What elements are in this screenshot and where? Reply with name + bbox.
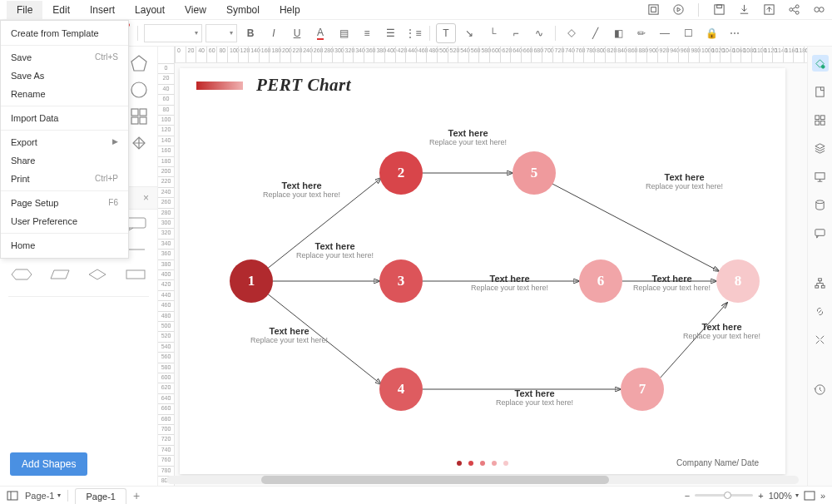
lock-icon[interactable]: 🔒 (701, 23, 721, 43)
fit-page-icon[interactable] (804, 491, 815, 501)
diagram-node-6[interactable]: 6 (579, 259, 622, 303)
save-icon[interactable] (712, 3, 726, 17)
footer-text: Company Name/ Date (676, 458, 759, 467)
svg-rect-66 (820, 121, 825, 125)
page-canvas[interactable]: PERT Chart 12345678 Text hereReplace y (180, 68, 785, 474)
diagram-node-1[interactable]: 1 (230, 259, 273, 303)
zoom-slider[interactable] (695, 494, 753, 497)
shape-circle[interactable] (126, 78, 152, 101)
diagram-node-3[interactable]: 3 (379, 259, 423, 303)
menu-file[interactable]: File (7, 1, 42, 19)
separator (1, 190, 128, 191)
fill-icon[interactable] (562, 23, 582, 43)
comment-icon[interactable] (812, 225, 829, 241)
dd-create-template[interactable]: Create from Template (1, 24, 128, 42)
pert-shape-para[interactable] (43, 264, 77, 284)
pert-shape-hex[interactable] (5, 264, 38, 284)
diagram-node-4[interactable]: 4 (379, 368, 423, 411)
crop-icon[interactable]: ☐ (678, 23, 698, 43)
menu-symbol[interactable]: Symbol (216, 1, 270, 19)
link-icon[interactable] (812, 303, 829, 319)
download-icon[interactable] (737, 3, 750, 17)
highlight-icon[interactable]: ▤ (334, 23, 354, 43)
layers-icon[interactable] (812, 140, 829, 156)
align-icon[interactable]: ≡ (357, 23, 377, 43)
underline-icon[interactable]: U (287, 23, 307, 43)
menu-edit[interactable]: Edit (42, 1, 80, 19)
close-icon[interactable]: × (143, 192, 149, 204)
zoom-level[interactable]: 100% ▾ (769, 491, 799, 501)
font-size-select[interactable] (206, 24, 237, 42)
svg-point-8 (795, 11, 799, 14)
dd-user-preference[interactable]: User Preference (1, 212, 128, 230)
horizontal-scrollbar[interactable] (166, 476, 799, 484)
pert-shape-rect[interactable] (119, 264, 152, 284)
pencil-icon[interactable]: ✏ (631, 23, 651, 43)
menu-view[interactable]: View (175, 1, 216, 19)
diagram-node-5[interactable]: 5 (513, 151, 556, 195)
menu-help[interactable]: Help (270, 1, 310, 19)
svg-point-15 (131, 82, 146, 97)
hierarchy-icon[interactable] (812, 274, 829, 291)
svg-line-60 (659, 303, 727, 379)
expand-icon[interactable] (812, 331, 829, 348)
connector2-icon[interactable]: └ (483, 23, 503, 43)
menu-insert[interactable]: Insert (80, 1, 125, 19)
database-icon[interactable] (812, 196, 829, 213)
pert-shape-diamond[interactable] (82, 264, 115, 284)
dd-import-data[interactable]: Import Data (1, 109, 128, 127)
diagram-node-8[interactable]: 8 (716, 259, 760, 303)
shadow-icon[interactable]: ◧ (608, 23, 628, 43)
shape-pentagon[interactable] (126, 52, 152, 75)
font-color-icon[interactable]: A (310, 23, 330, 43)
menu-layout[interactable]: Layout (125, 1, 175, 19)
line-spacing-icon[interactable]: ☰ (380, 23, 400, 43)
bold-icon[interactable]: B (240, 23, 260, 43)
dd-print[interactable]: PrintCtrl+P (1, 170, 128, 188)
more-icon[interactable]: ⋯ (725, 23, 745, 43)
diagram-node-7[interactable]: 7 (621, 368, 664, 411)
zoom-out-button[interactable]: − (685, 491, 690, 501)
separator (1, 233, 128, 234)
connector1-icon[interactable]: ↘ (459, 23, 479, 43)
svg-point-6 (789, 8, 792, 12)
page-select[interactable]: Page-1 ▾ (25, 491, 61, 501)
add-page-button[interactable]: + (133, 489, 140, 502)
zoom-in-button[interactable]: + (758, 491, 763, 501)
bullets-icon[interactable]: ⋮≡ (404, 23, 423, 43)
layout-mode-icon[interactable] (7, 491, 18, 501)
add-shapes-button[interactable]: Add Shapes (10, 452, 87, 476)
diagram-node-2[interactable]: 2 (379, 151, 423, 195)
cloud-icon[interactable] (812, 3, 825, 17)
collapse-right-icon[interactable]: » (820, 491, 825, 501)
page-tab[interactable]: Page-1 (75, 488, 126, 504)
italic-icon[interactable]: I (264, 23, 284, 43)
text-tool-icon[interactable]: T (436, 23, 456, 43)
history-icon[interactable] (812, 381, 829, 398)
separator (555, 26, 556, 41)
separator (1, 45, 128, 46)
shape-grid4[interactable] (126, 105, 152, 128)
connector3-icon[interactable]: ⌐ (506, 23, 526, 43)
apps-icon[interactable] (812, 111, 829, 128)
export-icon[interactable] (762, 3, 775, 17)
dd-home[interactable]: Home (1, 236, 128, 254)
presentation-icon[interactable] (812, 168, 829, 185)
font-name-select[interactable] (144, 24, 202, 42)
page-icon[interactable] (812, 83, 829, 100)
dd-rename[interactable]: Rename (1, 85, 128, 103)
dd-export[interactable]: Export▶ (1, 133, 128, 151)
fill-style-icon[interactable] (812, 55, 829, 72)
shape-diamond-grid[interactable] (126, 131, 152, 155)
svg-rect-0 (648, 5, 657, 14)
dd-share[interactable]: Share (1, 151, 128, 170)
line-color-icon[interactable]: ╱ (585, 23, 605, 43)
dashboard-icon[interactable] (646, 3, 660, 17)
dd-save[interactable]: SaveCtrl+S (1, 48, 128, 67)
dd-page-setup[interactable]: Page SetupF6 (1, 194, 128, 212)
play-icon[interactable] (671, 3, 685, 17)
dd-save-as[interactable]: Save As (1, 67, 128, 85)
line-style-icon[interactable]: — (655, 23, 675, 43)
connector4-icon[interactable]: ∿ (529, 23, 549, 43)
share-icon[interactable] (787, 3, 800, 17)
